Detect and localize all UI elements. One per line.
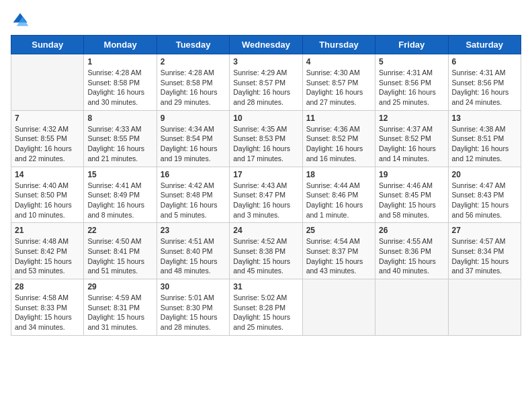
- cell-content: Sunrise: 4:35 AMSunset: 8:53 PMDaylight:…: [233, 124, 298, 164]
- calendar-cell: 13Sunrise: 4:38 AMSunset: 8:51 PMDayligh…: [448, 110, 521, 167]
- calendar-cell: 19Sunrise: 4:46 AMSunset: 8:45 PMDayligh…: [375, 167, 448, 223]
- calendar-cell: 23Sunrise: 4:51 AMSunset: 8:40 PMDayligh…: [157, 223, 229, 279]
- cell-content: Sunrise: 4:30 AMSunset: 8:57 PMDaylight:…: [306, 68, 371, 107]
- cell-content: Sunrise: 4:50 AMSunset: 8:41 PMDaylight:…: [87, 236, 152, 276]
- calendar-cell: [11, 54, 84, 111]
- cell-content: Sunrise: 4:32 AMSunset: 8:55 PMDaylight:…: [15, 124, 80, 164]
- cell-content: Sunrise: 4:29 AMSunset: 8:57 PMDaylight:…: [233, 68, 298, 107]
- calendar-cell: 11Sunrise: 4:36 AMSunset: 8:52 PMDayligh…: [302, 110, 375, 167]
- cell-content: Sunrise: 4:59 AMSunset: 8:31 PMDaylight:…: [87, 293, 152, 332]
- day-number: 5: [379, 57, 444, 66]
- day-number: 1: [87, 57, 152, 66]
- calendar-cell: 30Sunrise: 5:01 AMSunset: 8:30 PMDayligh…: [157, 279, 229, 336]
- calendar-cell: 4Sunrise: 4:30 AMSunset: 8:57 PMDaylight…: [302, 54, 375, 111]
- cell-content: Sunrise: 4:37 AMSunset: 8:52 PMDaylight:…: [379, 124, 444, 164]
- day-number: 27: [452, 226, 517, 235]
- calendar-cell: 8Sunrise: 4:33 AMSunset: 8:55 PMDaylight…: [84, 110, 157, 167]
- logo-icon: [11, 11, 30, 30]
- calendar-cell: 29Sunrise: 4:59 AMSunset: 8:31 PMDayligh…: [84, 279, 157, 336]
- day-number: 23: [161, 226, 226, 235]
- calendar-table: SundayMondayTuesdayWednesdayThursdayFrid…: [11, 35, 521, 336]
- calendar-cell: 27Sunrise: 4:57 AMSunset: 8:34 PMDayligh…: [448, 223, 521, 279]
- day-number: 4: [306, 57, 371, 66]
- cell-content: Sunrise: 4:34 AMSunset: 8:54 PMDaylight:…: [161, 124, 226, 164]
- day-number: 9: [161, 113, 226, 123]
- day-number: 11: [306, 113, 371, 123]
- day-number: 30: [161, 282, 226, 291]
- calendar-cell: 3Sunrise: 4:29 AMSunset: 8:57 PMDaylight…: [230, 54, 302, 111]
- calendar-cell: 15Sunrise: 4:41 AMSunset: 8:49 PMDayligh…: [84, 167, 157, 223]
- day-number: 22: [87, 226, 152, 235]
- day-number: 8: [87, 113, 152, 123]
- calendar-cell: 16Sunrise: 4:42 AMSunset: 8:48 PMDayligh…: [157, 167, 229, 223]
- day-number: 13: [452, 113, 517, 123]
- day-number: 3: [233, 57, 298, 66]
- day-number: 14: [15, 170, 80, 179]
- day-number: 15: [87, 170, 152, 179]
- cell-content: Sunrise: 4:52 AMSunset: 8:38 PMDaylight:…: [233, 236, 298, 276]
- weekday-header: Sunday: [11, 36, 84, 54]
- cell-content: Sunrise: 4:33 AMSunset: 8:55 PMDaylight:…: [87, 124, 152, 164]
- cell-content: Sunrise: 4:40 AMSunset: 8:50 PMDaylight:…: [15, 181, 80, 220]
- day-number: 29: [87, 282, 152, 291]
- calendar-week-row: 28Sunrise: 4:58 AMSunset: 8:33 PMDayligh…: [11, 279, 521, 336]
- day-number: 19: [379, 170, 444, 179]
- cell-content: Sunrise: 4:31 AMSunset: 8:56 PMDaylight:…: [452, 68, 517, 107]
- day-number: 6: [452, 57, 517, 66]
- calendar-cell: 28Sunrise: 4:58 AMSunset: 8:33 PMDayligh…: [11, 279, 84, 336]
- calendar-cell: 20Sunrise: 4:47 AMSunset: 8:43 PMDayligh…: [448, 167, 521, 223]
- calendar-cell: [302, 279, 375, 336]
- calendar-week-row: 7Sunrise: 4:32 AMSunset: 8:55 PMDaylight…: [11, 110, 521, 167]
- cell-content: Sunrise: 4:43 AMSunset: 8:47 PMDaylight:…: [233, 181, 298, 220]
- weekday-header: Monday: [84, 36, 157, 54]
- day-number: 31: [233, 282, 298, 291]
- calendar-cell: 22Sunrise: 4:50 AMSunset: 8:41 PMDayligh…: [84, 223, 157, 279]
- cell-content: Sunrise: 5:01 AMSunset: 8:30 PMDaylight:…: [161, 293, 226, 332]
- day-number: 7: [15, 113, 80, 123]
- logo: [11, 11, 32, 30]
- day-number: 26: [379, 226, 444, 235]
- cell-content: Sunrise: 4:54 AMSunset: 8:37 PMDaylight:…: [306, 236, 371, 276]
- calendar-cell: 1Sunrise: 4:28 AMSunset: 8:58 PMDaylight…: [84, 54, 157, 111]
- day-number: 25: [306, 226, 371, 235]
- weekday-header: Thursday: [302, 36, 375, 54]
- calendar-cell: 31Sunrise: 5:02 AMSunset: 8:28 PMDayligh…: [230, 279, 302, 336]
- day-number: 17: [233, 170, 298, 179]
- calendar-cell: 17Sunrise: 4:43 AMSunset: 8:47 PMDayligh…: [230, 167, 302, 223]
- weekday-header: Friday: [375, 36, 448, 54]
- cell-content: Sunrise: 4:41 AMSunset: 8:49 PMDaylight:…: [87, 181, 152, 220]
- day-number: 12: [379, 113, 444, 123]
- calendar-cell: 24Sunrise: 4:52 AMSunset: 8:38 PMDayligh…: [230, 223, 302, 279]
- weekday-header: Tuesday: [157, 36, 229, 54]
- calendar-cell: 21Sunrise: 4:48 AMSunset: 8:42 PMDayligh…: [11, 223, 84, 279]
- day-number: 24: [233, 226, 298, 235]
- calendar-week-row: 21Sunrise: 4:48 AMSunset: 8:42 PMDayligh…: [11, 223, 521, 279]
- calendar-cell: 5Sunrise: 4:31 AMSunset: 8:56 PMDaylight…: [375, 54, 448, 111]
- day-number: 20: [452, 170, 517, 179]
- calendar-cell: 10Sunrise: 4:35 AMSunset: 8:53 PMDayligh…: [230, 110, 302, 167]
- calendar-cell: 18Sunrise: 4:44 AMSunset: 8:46 PMDayligh…: [302, 167, 375, 223]
- calendar-week-row: 1Sunrise: 4:28 AMSunset: 8:58 PMDaylight…: [11, 54, 521, 111]
- calendar-cell: 25Sunrise: 4:54 AMSunset: 8:37 PMDayligh…: [302, 223, 375, 279]
- calendar-cell: 26Sunrise: 4:55 AMSunset: 8:36 PMDayligh…: [375, 223, 448, 279]
- cell-content: Sunrise: 4:51 AMSunset: 8:40 PMDaylight:…: [161, 236, 226, 276]
- day-number: 16: [161, 170, 226, 179]
- cell-content: Sunrise: 5:02 AMSunset: 8:28 PMDaylight:…: [233, 293, 298, 332]
- calendar-cell: 9Sunrise: 4:34 AMSunset: 8:54 PMDaylight…: [157, 110, 229, 167]
- day-number: 2: [161, 57, 226, 66]
- calendar-header-row: SundayMondayTuesdayWednesdayThursdayFrid…: [11, 36, 521, 54]
- calendar-cell: 14Sunrise: 4:40 AMSunset: 8:50 PMDayligh…: [11, 167, 84, 223]
- calendar-cell: 12Sunrise: 4:37 AMSunset: 8:52 PMDayligh…: [375, 110, 448, 167]
- cell-content: Sunrise: 4:44 AMSunset: 8:46 PMDaylight:…: [306, 181, 371, 220]
- cell-content: Sunrise: 4:28 AMSunset: 8:58 PMDaylight:…: [161, 68, 226, 107]
- day-number: 28: [15, 282, 80, 291]
- cell-content: Sunrise: 4:36 AMSunset: 8:52 PMDaylight:…: [306, 124, 371, 164]
- cell-content: Sunrise: 4:31 AMSunset: 8:56 PMDaylight:…: [379, 68, 444, 107]
- cell-content: Sunrise: 4:38 AMSunset: 8:51 PMDaylight:…: [452, 124, 517, 164]
- weekday-header: Saturday: [448, 36, 521, 54]
- cell-content: Sunrise: 4:46 AMSunset: 8:45 PMDaylight:…: [379, 181, 444, 220]
- calendar-week-row: 14Sunrise: 4:40 AMSunset: 8:50 PMDayligh…: [11, 167, 521, 223]
- cell-content: Sunrise: 4:48 AMSunset: 8:42 PMDaylight:…: [15, 236, 80, 276]
- cell-content: Sunrise: 4:58 AMSunset: 8:33 PMDaylight:…: [15, 293, 80, 332]
- day-number: 18: [306, 170, 371, 179]
